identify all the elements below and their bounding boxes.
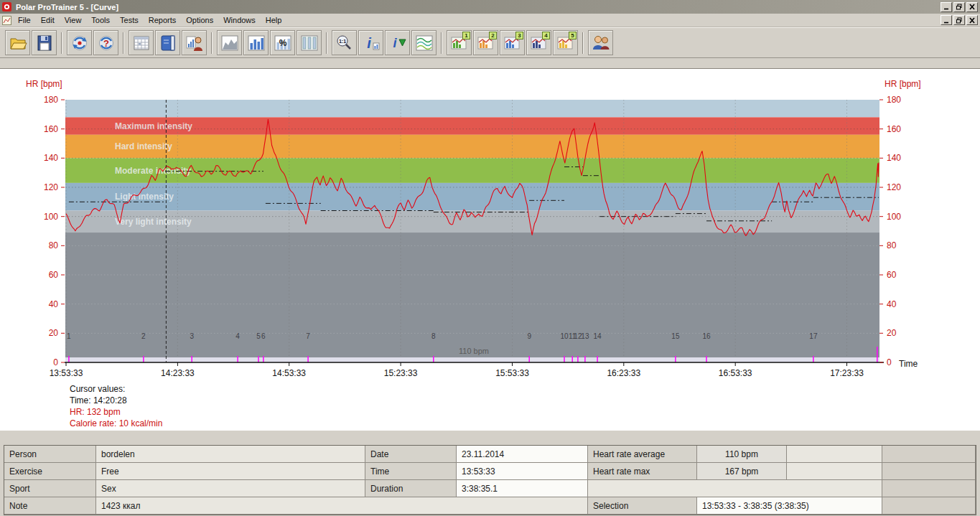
preset-badge: 3 — [515, 32, 523, 39]
people-button[interactable] — [588, 30, 613, 55]
svg-text:i: i — [367, 35, 371, 51]
toolbar-separator — [441, 32, 442, 54]
minimize-icon — [943, 4, 950, 10]
transfer-button[interactable] — [67, 30, 92, 55]
svg-text:1:1: 1:1 — [338, 39, 345, 44]
svg-text:8: 8 — [431, 332, 436, 340]
save-icon — [35, 34, 54, 52]
exercise-info-strip: PersonbordelenDate23.11.2014Heart rate a… — [0, 431, 980, 516]
save-button[interactable] — [32, 30, 57, 55]
info-cell — [588, 480, 882, 497]
toolbar-separator — [123, 32, 124, 54]
preset-2-button[interactable]: 2 — [473, 30, 498, 55]
info-select-button[interactable]: i — [385, 30, 410, 55]
curve-view-button[interactable] — [217, 30, 242, 55]
svg-text:HR [bpm]: HR [bpm] — [885, 79, 921, 89]
preset-1-button[interactable]: 1 — [447, 30, 472, 55]
transfer-options-button[interactable]: ? — [93, 30, 118, 55]
child-minimize-button[interactable] — [941, 15, 952, 25]
child-restore-button[interactable] — [953, 15, 965, 25]
svg-text:100: 100 — [44, 212, 58, 222]
open-button[interactable] — [5, 30, 30, 55]
info-cell: 13:53:33 - 3:38:35 (3:38:35) — [697, 497, 882, 515]
svg-text:1: 1 — [67, 332, 71, 340]
bar-graph-button[interactable] — [243, 30, 269, 55]
toolbar: ? — [0, 27, 980, 58]
menu-item-tools[interactable]: Tools — [86, 14, 115, 26]
svg-text:80: 80 — [49, 240, 59, 250]
zoom-1to1-icon: 1:1 — [335, 34, 354, 52]
svg-text:140: 140 — [44, 153, 58, 163]
app-window: Polar ProTrainer 5 - [Curve] FileEditVie… — [0, 0, 980, 516]
info-cell — [787, 446, 882, 463]
curve-area-icon — [220, 34, 239, 52]
info-cell — [882, 480, 976, 497]
svg-text:16: 16 — [702, 332, 711, 340]
info-cell: 3:38:35.1 — [457, 480, 588, 497]
table-view-button[interactable] — [297, 30, 322, 55]
menu-item-tests[interactable]: Tests — [115, 14, 144, 26]
svg-text:Hard intensity: Hard intensity — [115, 141, 172, 151]
svg-text:14:53:33: 14:53:33 — [272, 368, 306, 378]
preset-badge: 1 — [462, 32, 470, 39]
lap-strip — [65, 357, 879, 362]
restore-icon — [956, 17, 963, 24]
svg-text:6: 6 — [261, 332, 266, 340]
menu-item-reports[interactable]: Reports — [144, 14, 182, 26]
app-logo-icon — [2, 2, 11, 11]
toolbar-separator — [211, 32, 213, 54]
zoom-1to1-button[interactable]: 1:1 — [332, 30, 357, 55]
multi-curve-icon — [415, 34, 434, 52]
info-cell: Date — [365, 446, 457, 463]
info-cell: Time — [365, 463, 457, 480]
two-people-icon — [592, 34, 610, 52]
svg-text:3: 3 — [190, 332, 194, 340]
person-report-button[interactable] — [182, 30, 207, 55]
info-cell: 1423 ккал — [96, 497, 588, 515]
info-cell: Duration — [365, 480, 457, 497]
svg-text:15: 15 — [671, 332, 680, 340]
info-icon: i — [362, 34, 381, 52]
preset-4-button[interactable]: 4 — [526, 30, 551, 55]
diary-button[interactable] — [155, 30, 180, 55]
svg-text:5: 5 — [256, 332, 261, 340]
svg-text:160: 160 — [44, 124, 58, 134]
minimize-button[interactable] — [941, 2, 952, 12]
restore-button[interactable] — [953, 2, 965, 12]
toolbar-separator — [582, 32, 584, 54]
svg-text:Time: Time — [899, 359, 918, 369]
menu-item-edit[interactable]: Edit — [36, 14, 60, 26]
svg-text:Very light intensity: Very light intensity — [115, 217, 192, 227]
info-cell: Selection — [588, 497, 697, 515]
close-icon — [969, 4, 976, 10]
calendar-icon — [132, 34, 151, 52]
info-button[interactable]: i — [358, 30, 383, 55]
diary-icon — [159, 34, 177, 52]
table-columns-icon — [300, 34, 319, 52]
menu-item-help[interactable]: Help — [261, 14, 287, 26]
svg-text:i: i — [393, 36, 397, 50]
hr-curve-chart[interactable]: Maximum intensityHard intensityModerate … — [0, 69, 980, 431]
preset-3-button[interactable]: 3 — [500, 30, 525, 55]
child-close-button[interactable] — [966, 15, 978, 25]
info-cell: Heart rate max — [588, 463, 697, 480]
calendar-button[interactable] — [129, 30, 154, 55]
minimize-icon — [943, 17, 950, 24]
info-cell: bordelen — [96, 446, 365, 463]
preset-5-button[interactable]: 5 — [553, 30, 578, 55]
multi-graph-button[interactable] — [411, 30, 437, 55]
info-cell — [882, 446, 976, 463]
svg-text:100: 100 — [887, 212, 901, 222]
close-button[interactable] — [966, 2, 978, 12]
menu-item-windows[interactable]: Windows — [218, 14, 261, 26]
menu-item-view[interactable]: View — [60, 14, 87, 26]
percent-graph-button[interactable]: % — [270, 30, 295, 55]
svg-text:80: 80 — [887, 240, 897, 250]
svg-text:14: 14 — [594, 332, 602, 340]
svg-text:2: 2 — [141, 332, 146, 340]
toolbar-separator — [61, 32, 62, 54]
info-cell — [882, 463, 976, 480]
menu-item-file[interactable]: File — [13, 14, 36, 26]
menu-item-options[interactable]: Options — [181, 14, 218, 26]
svg-text:9: 9 — [527, 332, 531, 340]
